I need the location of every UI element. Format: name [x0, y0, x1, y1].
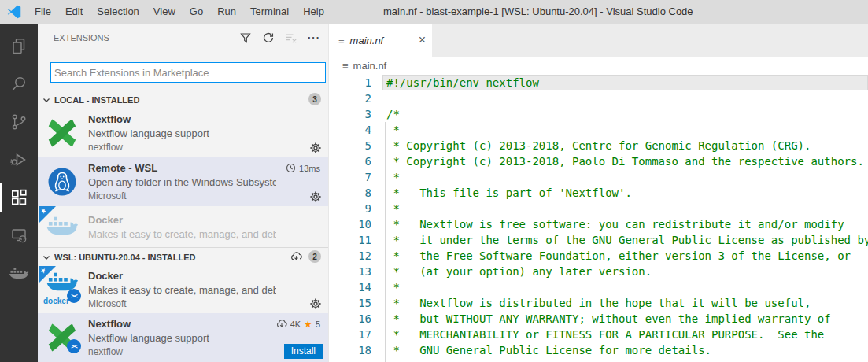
- section-wsl-installed[interactable]: WSL: UBUNTU-20.04 - INSTALLED 2: [38, 247, 328, 266]
- code-line: 10 * Nextflow is free software: you can …: [329, 216, 868, 232]
- activity-remote-explorer[interactable]: [0, 216, 38, 254]
- code-line: 5 * Copyright (c) 2013-2018, Centre for …: [329, 138, 868, 153]
- code-line: 19 *: [329, 358, 868, 362]
- remote-explorer-icon: [9, 226, 28, 245]
- docker-wordmark: docker: [43, 297, 69, 305]
- activity-search[interactable]: [0, 65, 38, 103]
- menu-view[interactable]: View: [146, 0, 183, 24]
- activity-extensions[interactable]: [0, 179, 38, 216]
- extension-publisher: Microsoft: [88, 190, 276, 203]
- extension-description: Makes it easy to create, manage, and deb…: [88, 227, 276, 242]
- extension-description: Nextflow language support: [88, 331, 276, 345]
- section-count-badge: 2: [308, 250, 321, 263]
- code-line: 13 * (at your option) any later version.: [329, 264, 868, 279]
- menu-go[interactable]: Go: [183, 0, 210, 24]
- vscode-logo-icon: [7, 5, 21, 19]
- activation-time: 13ms: [299, 164, 320, 173]
- search-icon: [9, 75, 28, 94]
- file-icon: ≡: [338, 35, 345, 46]
- code-line: 16 * but WITHOUT ANY WARRANTY; without e…: [329, 311, 868, 327]
- activity-docker[interactable]: [0, 254, 38, 292]
- breadcrumb-item[interactable]: main.nf: [353, 60, 387, 72]
- git-branch-icon: [9, 113, 28, 131]
- code-line: 3/*: [329, 106, 868, 122]
- extension-description: Nextflow language support: [88, 127, 276, 141]
- code-line: 8 * This file is part of 'Nextflow'.: [329, 185, 868, 201]
- code-editor[interactable]: 1#!/usr/bin/env nextflow23/*4 *5 * Copyr…: [329, 75, 868, 362]
- section-local-installed[interactable]: LOCAL - INSTALLED 3: [38, 90, 328, 109]
- star-icon: ★: [304, 320, 312, 329]
- extensions-sidebar: EXTENSIONS ··· LOCAL - INSTALLED 3 Nextf…: [38, 24, 328, 362]
- code-line: 9 *: [329, 201, 868, 216]
- menu-help[interactable]: Help: [296, 0, 331, 24]
- extension-row-remote-wsl[interactable]: Remote - WSL Open any folder in the Wind…: [38, 157, 328, 206]
- code-line: 15 * Nextflow is distributed in the hope…: [329, 295, 868, 311]
- menu-file[interactable]: File: [28, 0, 58, 24]
- refresh-icon[interactable]: [262, 31, 275, 44]
- panel-title: EXTENSIONS: [54, 33, 109, 42]
- editor-area: ≡ main.nf × ≡ main.nf 1#!/usr/bin/env ne…: [328, 24, 868, 362]
- code-lines: 1#!/usr/bin/env nextflow23/*4 *5 * Copyr…: [329, 75, 868, 362]
- tab-main-nf[interactable]: ≡ main.nf ×: [329, 24, 432, 57]
- remote-indicator-icon: ><: [67, 289, 81, 303]
- featured-star-ribbon-icon: ★: [39, 206, 56, 223]
- extension-row-docker-local[interactable]: ★ Docker Makes it easy to create, manage…: [38, 206, 328, 247]
- menu-edit[interactable]: Edit: [58, 0, 90, 24]
- menu-terminal[interactable]: Terminal: [243, 0, 296, 24]
- extension-name: Docker: [88, 213, 276, 227]
- code-line: 6 * Copyright (c) 2013-2018, Paolo Di To…: [329, 153, 868, 169]
- close-icon[interactable]: ×: [419, 34, 426, 46]
- clock-icon: [286, 163, 296, 173]
- section-count-badge: 3: [308, 93, 321, 105]
- docker-whale-icon: [9, 265, 29, 281]
- extension-publisher: nextflow: [88, 345, 276, 359]
- more-actions-icon[interactable]: ···: [308, 34, 320, 42]
- gear-icon[interactable]: [309, 142, 322, 154]
- extension-publisher: nextflow: [88, 141, 276, 154]
- install-button[interactable]: Install: [284, 344, 323, 359]
- title-bar: File Edit Selection View Go Run Terminal…: [0, 0, 868, 24]
- extension-row-nextflow-local[interactable]: Nextflow Nextflow language support nextf…: [38, 109, 328, 157]
- file-icon: ≡: [342, 61, 349, 71]
- rating-value: 5: [316, 320, 320, 329]
- code-line: 14 *: [329, 279, 868, 295]
- menu-selection[interactable]: Selection: [90, 0, 146, 24]
- chevron-down-icon: [42, 253, 51, 262]
- vscode-window: File Edit Selection View Go Run Terminal…: [0, 0, 868, 362]
- clear-extensions-icon: [285, 31, 297, 44]
- section-label: WSL: UBUNTU-20.04 - INSTALLED: [54, 253, 195, 262]
- wsl-penguin-icon: [46, 165, 79, 198]
- cloud-download-icon[interactable]: [290, 251, 302, 263]
- breadcrumb: ≡ main.nf: [329, 57, 868, 75]
- code-line: 4 *: [329, 122, 868, 138]
- nextflow-x-icon: [46, 116, 79, 150]
- extension-name: Docker: [88, 269, 276, 283]
- menu-run[interactable]: Run: [210, 0, 243, 24]
- downloads-icon: [276, 319, 287, 330]
- extension-name: Remote - WSL: [88, 161, 276, 175]
- window-title: main.nf - blast-example-1 [WSL: Ubuntu-2…: [383, 0, 693, 24]
- tab-bar: ≡ main.nf ×: [329, 24, 868, 57]
- activity-bar: [0, 24, 38, 362]
- featured-star-ribbon-icon: ★: [39, 266, 56, 283]
- activity-explorer[interactable]: [0, 28, 38, 65]
- files-icon: [9, 37, 28, 56]
- gear-icon[interactable]: [309, 297, 322, 310]
- debug-icon: [9, 150, 28, 169]
- gear-icon[interactable]: [309, 190, 322, 203]
- activity-run-debug[interactable]: [0, 141, 38, 179]
- search-input[interactable]: [51, 63, 325, 82]
- extension-row-docker-wsl[interactable]: ★ docker >< Docker Makes it easy to crea…: [38, 265, 328, 313]
- code-line: 7 *: [329, 169, 868, 185]
- chevron-down-icon: [42, 95, 51, 105]
- extension-row-nextflow-wsl[interactable]: >< Nextflow Nextflow language support ne…: [38, 313, 328, 362]
- extension-publisher: Microsoft: [88, 297, 276, 311]
- code-line: 12 * the Free Software Foundation, eithe…: [329, 248, 868, 264]
- extension-name: Nextflow: [88, 317, 276, 331]
- activity-source-control[interactable]: [0, 103, 38, 141]
- filter-icon[interactable]: [239, 31, 252, 44]
- extension-name: Nextflow: [88, 113, 276, 127]
- section-label: LOCAL - INSTALLED: [54, 95, 139, 105]
- code-line: 11 * it under the terms of the GNU Gener…: [329, 232, 868, 248]
- extensions-search[interactable]: [50, 62, 326, 83]
